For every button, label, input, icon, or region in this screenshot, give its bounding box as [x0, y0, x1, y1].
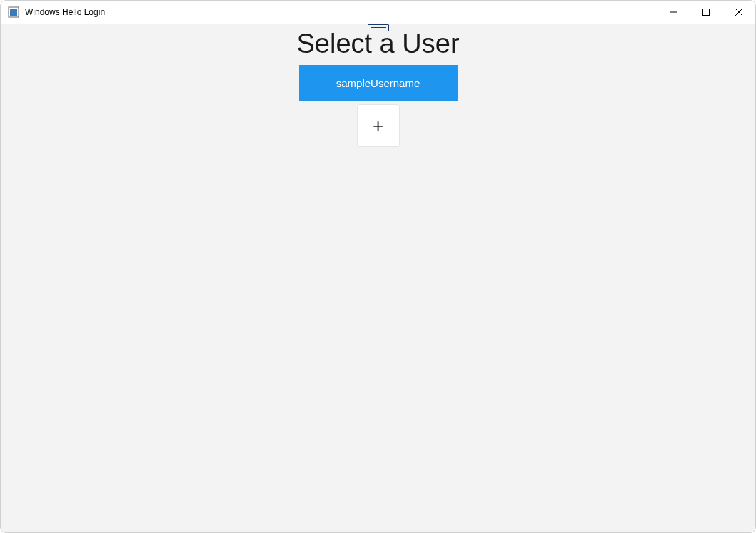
keyboard-icon	[368, 24, 389, 31]
titlebar: Windows Hello Login	[1, 1, 755, 24]
window-title: Windows Hello Login	[25, 7, 657, 17]
client-area: Select a User sampleUsername +	[1, 24, 755, 532]
maximize-button[interactable]	[690, 1, 722, 24]
svg-rect-1	[10, 9, 17, 16]
svg-rect-3	[703, 9, 710, 16]
close-button[interactable]	[722, 1, 755, 24]
add-user-button[interactable]: +	[357, 104, 400, 147]
app-icon	[8, 6, 19, 18]
page-title: Select a User	[296, 29, 459, 59]
app-window: Windows Hello Login Select a User sample…	[0, 0, 756, 533]
window-controls	[657, 1, 755, 24]
user-select-button[interactable]: sampleUsername	[299, 65, 458, 101]
minimize-button[interactable]	[657, 1, 690, 24]
